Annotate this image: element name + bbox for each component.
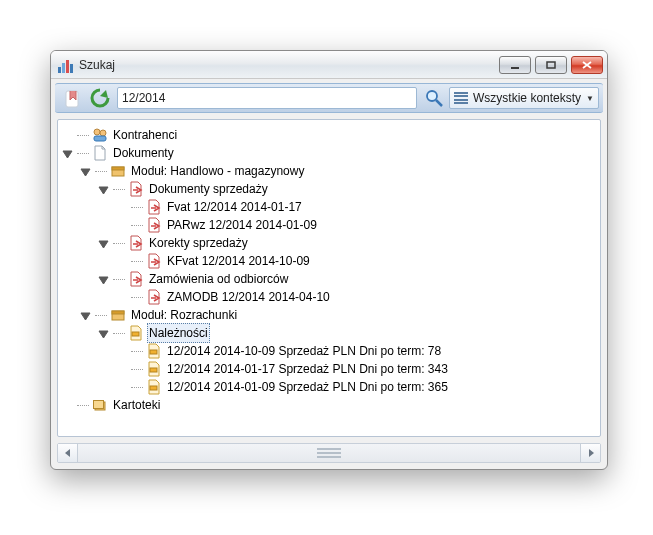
- receivable-icon: [146, 379, 162, 395]
- tree-node-kartoteki[interactable]: Kartoteki: [60, 396, 598, 414]
- tree-node-dokumenty[interactable]: Dokumenty: [60, 144, 598, 162]
- tree-node-dok-sprz[interactable]: Dokumenty sprzedaży: [96, 180, 598, 198]
- page-icon: [92, 145, 108, 161]
- tree-node-kor-sprz[interactable]: Korekty sprzedaży: [96, 234, 598, 252]
- chevron-down-icon: ▼: [586, 94, 594, 103]
- doc-out-icon: [146, 253, 162, 269]
- receivable-icon: [146, 343, 162, 359]
- close-button[interactable]: [571, 56, 603, 74]
- results-panel: Kontrahenci Dokumenty: [57, 119, 601, 437]
- doc-out-icon: [146, 199, 162, 215]
- receivable-icon: [128, 325, 144, 341]
- results-tree: Kontrahenci Dokumenty: [60, 126, 598, 414]
- titlebar[interactable]: Szukaj: [51, 51, 607, 79]
- tree-leaf-nal-1[interactable]: 12/2014 2014-10-09 Sprzedaż PLN Dni po t…: [114, 342, 598, 360]
- expander-icon[interactable]: [78, 164, 92, 178]
- expander-icon[interactable]: [60, 146, 74, 160]
- doc-out-icon: [128, 235, 144, 251]
- app-icon: [57, 57, 73, 73]
- refresh-button[interactable]: [87, 86, 113, 110]
- receivable-icon: [146, 361, 162, 377]
- expander-icon[interactable]: [96, 272, 110, 286]
- expander-icon[interactable]: [78, 308, 92, 322]
- module-icon: [110, 163, 126, 179]
- window-title: Szukaj: [79, 58, 115, 72]
- toolbar: Wszystkie konteksty ▼: [55, 83, 603, 113]
- doc-out-icon: [146, 289, 162, 305]
- tree-leaf-kfvat[interactable]: KFvat 12/2014 2014-10-09: [114, 252, 598, 270]
- tree-leaf-zamodb[interactable]: ZAMODB 12/2014 2014-04-10: [114, 288, 598, 306]
- svg-rect-12: [547, 62, 555, 68]
- list-icon: [454, 92, 468, 104]
- bookmark-button[interactable]: [59, 86, 85, 110]
- scroll-track[interactable]: [78, 444, 580, 462]
- expander-icon[interactable]: [96, 182, 110, 196]
- search-input-container: [117, 87, 417, 109]
- module-icon: [110, 307, 126, 323]
- context-dropdown-label: Wszystkie konteksty: [473, 91, 581, 105]
- tree-node-kontrahenci[interactable]: Kontrahenci: [60, 126, 598, 144]
- minimize-button[interactable]: [499, 56, 531, 74]
- search-input[interactable]: [122, 91, 412, 105]
- scroll-left-button[interactable]: [58, 444, 78, 462]
- horizontal-scrollbar[interactable]: [57, 443, 601, 463]
- scroll-grip-icon: [317, 448, 341, 458]
- tree-node-modul-hm[interactable]: Moduł: Handlowo - magazynowy: [78, 162, 598, 180]
- maximize-button[interactable]: [535, 56, 567, 74]
- tree-leaf-nal-3[interactable]: 12/2014 2014-01-09 Sprzedaż PLN Dni po t…: [114, 378, 598, 396]
- tree-leaf-fvat[interactable]: Fvat 12/2014 2014-01-17: [114, 198, 598, 216]
- folders-icon: [92, 397, 108, 413]
- doc-out-icon: [146, 217, 162, 233]
- tree-leaf-nal-2[interactable]: 12/2014 2014-01-17 Sprzedaż PLN Dni po t…: [114, 360, 598, 378]
- search-window: Szukaj Wszystkie konteksty ▼: [50, 50, 608, 470]
- doc-out-icon: [128, 271, 144, 287]
- people-icon: [92, 127, 108, 143]
- context-dropdown[interactable]: Wszystkie konteksty ▼: [449, 87, 599, 109]
- tree-node-zam-odb[interactable]: Zamówienia od odbiorców: [96, 270, 598, 288]
- doc-out-icon: [128, 181, 144, 197]
- search-button[interactable]: [421, 86, 447, 110]
- tree-node-naleznosci[interactable]: Należności: [96, 324, 598, 342]
- tree-leaf-parwz[interactable]: PARwz 12/2014 2014-01-09: [114, 216, 598, 234]
- expander-icon[interactable]: [96, 236, 110, 250]
- expander-icon[interactable]: [96, 326, 110, 340]
- scroll-right-button[interactable]: [580, 444, 600, 462]
- tree-node-modul-rozr[interactable]: Moduł: Rozrachunki: [78, 306, 598, 324]
